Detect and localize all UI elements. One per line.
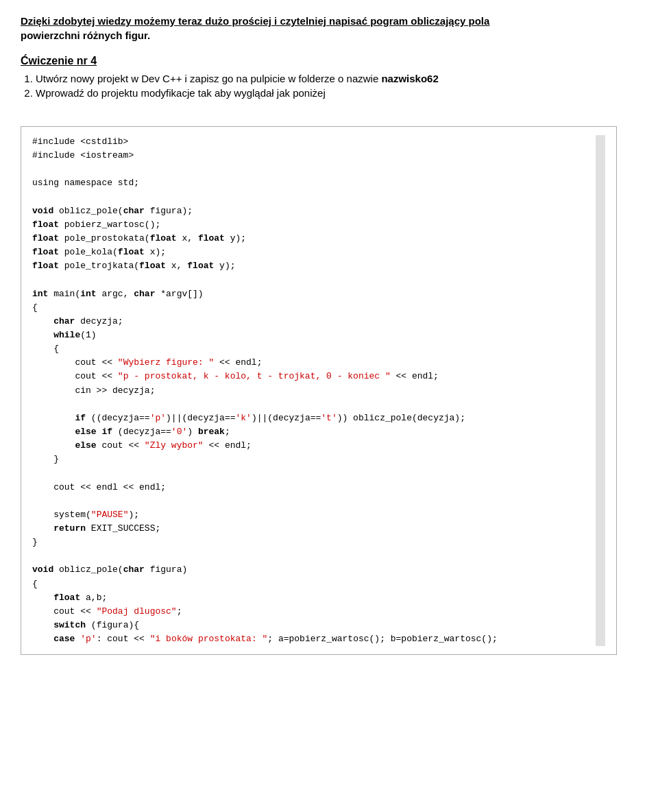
code-line: { [32, 301, 593, 315]
code-line: } [32, 453, 593, 466]
header-line2: powierzchni różnych figur. [21, 29, 150, 41]
code-line: cout << "Wybierz figure: " << endl; [32, 356, 593, 370]
code-line: void oblicz_pole(char figura); [32, 204, 593, 218]
header-text: Dzięki zdobytej wiedzy możemy teraz dużo… [21, 14, 637, 43]
code-line: void oblicz_pole(char figura) [32, 563, 593, 577]
code-line: float pole_kola(float x); [32, 246, 593, 259]
instruction-item-1: Utwórz nowy projekt w Dev C++ i zapisz g… [36, 73, 637, 84]
code-line: return EXIT_SUCCESS; [32, 522, 593, 536]
code-line [32, 549, 593, 563]
scrollbar[interactable] [596, 135, 605, 646]
code-line [32, 191, 593, 204]
code-line: int main(int argc, char *argv[]) [32, 287, 593, 301]
code-line [32, 398, 593, 411]
code-line: { [32, 342, 593, 356]
code-line: else if (decyzja=='0') break; [32, 425, 593, 439]
code-block: #include <cstdlib> #include <iostream> u… [21, 126, 617, 655]
code-content: #include <cstdlib> #include <iostream> u… [32, 135, 593, 646]
code-line: case 'p': cout << "i boków prostokata: "… [32, 632, 593, 646]
exercise-title: Ćwiczenie nr 4 [21, 55, 637, 67]
code-line: else cout << "Zly wybor" << endl; [32, 439, 593, 453]
code-line: float pobierz_wartosc(); [32, 218, 593, 232]
instructions: Utwórz nowy projekt w Dev C++ i zapisz g… [21, 73, 637, 99]
code-line: while(1) [32, 329, 593, 342]
instruction-item-2: Wprowadź do projektu modyfikacje tak aby… [36, 87, 637, 99]
code-line: { [32, 577, 593, 591]
code-line: char decyzja; [32, 315, 593, 329]
code-line: float pole_prostokata(float x, float y); [32, 232, 593, 246]
code-line: system("PAUSE"); [32, 508, 593, 522]
code-line [32, 273, 593, 287]
code-line: } [32, 536, 593, 549]
code-line: #include <cstdlib> [32, 135, 593, 149]
code-line [32, 163, 593, 176]
code-line: switch (figura){ [32, 619, 593, 632]
code-line [32, 466, 593, 480]
code-line: cin >> decyzja; [32, 384, 593, 398]
code-line: #include <iostream> [32, 149, 593, 163]
code-line: using namespace std; [32, 176, 593, 190]
code-line [32, 494, 593, 508]
code-line: float a,b; [32, 591, 593, 605]
header-line1: Dzięki zdobytej wiedzy możemy teraz dużo… [21, 15, 489, 27]
code-line: float pole_trojkata(float x, float y); [32, 259, 593, 273]
code-line: cout << "p - prostokat, k - kolo, t - tr… [32, 370, 593, 383]
code-line: cout << endl << endl; [32, 481, 593, 494]
code-line: cout << "Podaj dlugosc"; [32, 605, 593, 619]
code-line: if ((decyzja=='p')||(decyzja=='k')||(dec… [32, 411, 593, 425]
page-header: Dzięki zdobytej wiedzy możemy teraz dużo… [21, 14, 637, 43]
